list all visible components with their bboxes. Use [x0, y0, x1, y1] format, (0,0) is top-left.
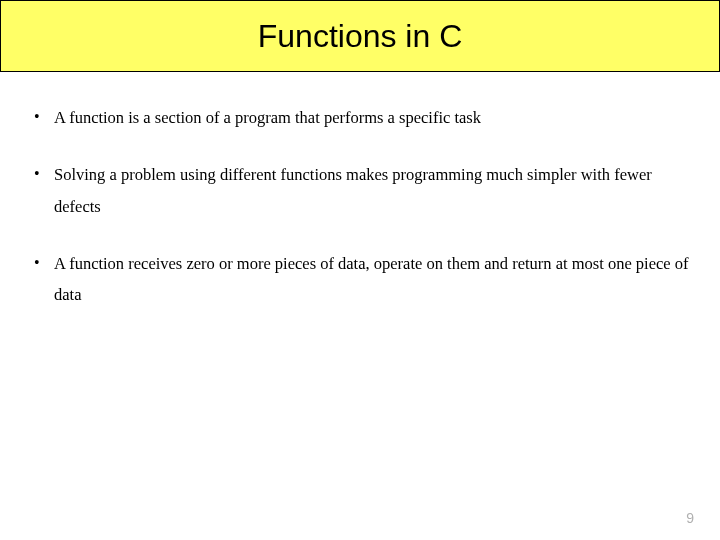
list-item: Solving a problem using different functi…	[28, 159, 692, 222]
list-item: A function is a section of a program tha…	[28, 102, 692, 133]
title-bar: Functions in C	[0, 0, 720, 72]
page-number: 9	[686, 510, 694, 526]
list-item: A function receives zero or more pieces …	[28, 248, 692, 311]
slide: Functions in C A function is a section o…	[0, 0, 720, 540]
slide-body: A function is a section of a program tha…	[0, 72, 720, 311]
bullet-list: A function is a section of a program tha…	[28, 102, 692, 311]
slide-title: Functions in C	[258, 18, 463, 55]
